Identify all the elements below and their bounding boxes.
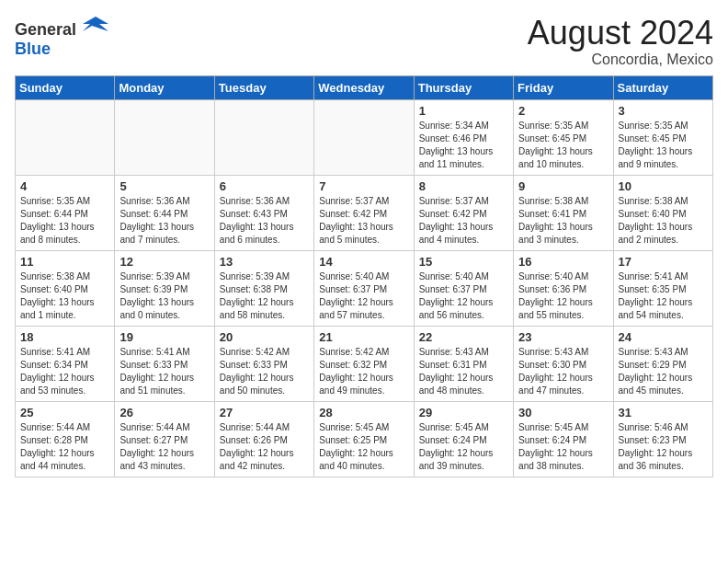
- day-number: 19: [119, 330, 209, 344]
- calendar-cell: [314, 99, 414, 175]
- day-number: 10: [619, 179, 708, 193]
- day-number: 31: [619, 406, 708, 419]
- day-number: 5: [119, 179, 209, 193]
- day-number: 14: [319, 255, 408, 269]
- day-info: Sunrise: 5:44 AMSunset: 6:26 PMDaylight:…: [220, 421, 309, 473]
- logo-bird-icon: [83, 15, 108, 35]
- day-number: 6: [220, 179, 309, 193]
- day-number: 8: [419, 179, 508, 193]
- calendar-cell: 19Sunrise: 5:41 AMSunset: 6:33 PMDayligh…: [115, 326, 214, 401]
- calendar-table: Sunday Monday Tuesday Wednesday Thursday…: [15, 75, 713, 477]
- calendar-week-row-2: 4Sunrise: 5:35 AMSunset: 6:44 PMDaylight…: [16, 175, 713, 250]
- day-number: 15: [419, 255, 508, 269]
- day-number: 25: [20, 406, 109, 419]
- day-number: 13: [220, 255, 309, 269]
- day-info: Sunrise: 5:43 AMSunset: 6:30 PMDaylight:…: [518, 346, 608, 397]
- logo-general: General: [15, 20, 76, 39]
- day-info: Sunrise: 5:36 AMSunset: 6:44 PMDaylight:…: [119, 195, 209, 247]
- col-thursday: Thursday: [414, 75, 513, 99]
- calendar-cell: 21Sunrise: 5:42 AMSunset: 6:32 PMDayligh…: [314, 326, 414, 401]
- day-info: Sunrise: 5:44 AMSunset: 6:28 PMDaylight:…: [20, 421, 109, 473]
- day-number: 30: [518, 406, 608, 419]
- day-info: Sunrise: 5:42 AMSunset: 6:33 PMDaylight:…: [220, 346, 309, 397]
- day-info: Sunrise: 5:45 AMSunset: 6:24 PMDaylight:…: [419, 421, 508, 473]
- col-wednesday: Wednesday: [314, 75, 414, 99]
- calendar-cell: 28Sunrise: 5:45 AMSunset: 6:25 PMDayligh…: [314, 401, 414, 477]
- col-sunday: Sunday: [16, 75, 115, 99]
- calendar-week-row-5: 25Sunrise: 5:44 AMSunset: 6:28 PMDayligh…: [16, 401, 713, 477]
- calendar-cell: 5Sunrise: 5:36 AMSunset: 6:44 PMDaylight…: [115, 175, 214, 250]
- day-number: 7: [319, 179, 408, 193]
- day-info: Sunrise: 5:42 AMSunset: 6:32 PMDaylight:…: [319, 346, 408, 397]
- day-number: 24: [619, 330, 708, 344]
- calendar-cell: [16, 99, 115, 175]
- svg-marker-0: [83, 17, 108, 31]
- day-info: Sunrise: 5:38 AMSunset: 6:40 PMDaylight:…: [20, 270, 109, 322]
- calendar-cell: 7Sunrise: 5:37 AMSunset: 6:42 PMDaylight…: [314, 175, 414, 250]
- day-info: Sunrise: 5:39 AMSunset: 6:39 PMDaylight:…: [119, 270, 209, 322]
- day-info: Sunrise: 5:40 AMSunset: 6:37 PMDaylight:…: [319, 270, 408, 322]
- calendar-cell: 27Sunrise: 5:44 AMSunset: 6:26 PMDayligh…: [214, 401, 313, 477]
- col-monday: Monday: [115, 75, 214, 99]
- day-number: 20: [220, 330, 309, 344]
- day-number: 1: [419, 104, 508, 118]
- calendar-cell: 11Sunrise: 5:38 AMSunset: 6:40 PMDayligh…: [16, 250, 115, 326]
- calendar-cell: 9Sunrise: 5:38 AMSunset: 6:41 PMDaylight…: [514, 175, 613, 250]
- calendar-cell: 2Sunrise: 5:35 AMSunset: 6:45 PMDaylight…: [514, 99, 613, 175]
- title-block: August 2024 Concordia, Mexico: [528, 15, 713, 68]
- day-number: 23: [518, 330, 608, 344]
- logo-text: General Blue: [15, 15, 108, 59]
- calendar-header-row: Sunday Monday Tuesday Wednesday Thursday…: [16, 75, 713, 99]
- day-number: 12: [119, 255, 209, 269]
- calendar-cell: 23Sunrise: 5:43 AMSunset: 6:30 PMDayligh…: [514, 326, 613, 401]
- day-number: 11: [20, 255, 109, 269]
- day-info: Sunrise: 5:39 AMSunset: 6:38 PMDaylight:…: [220, 270, 309, 322]
- day-number: 26: [119, 406, 209, 419]
- day-number: 4: [20, 179, 109, 193]
- day-number: 3: [619, 104, 708, 118]
- calendar-cell: 17Sunrise: 5:41 AMSunset: 6:35 PMDayligh…: [613, 250, 712, 326]
- logo: General Blue: [15, 15, 108, 59]
- day-number: 28: [319, 406, 408, 419]
- day-info: Sunrise: 5:45 AMSunset: 6:25 PMDaylight:…: [319, 421, 408, 473]
- day-info: Sunrise: 5:35 AMSunset: 6:44 PMDaylight:…: [20, 195, 109, 247]
- day-info: Sunrise: 5:37 AMSunset: 6:42 PMDaylight:…: [419, 195, 508, 247]
- day-number: 9: [518, 179, 608, 193]
- calendar-cell: 6Sunrise: 5:36 AMSunset: 6:43 PMDaylight…: [214, 175, 313, 250]
- day-number: 22: [419, 330, 508, 344]
- calendar-cell: 4Sunrise: 5:35 AMSunset: 6:44 PMDaylight…: [16, 175, 115, 250]
- day-info: Sunrise: 5:35 AMSunset: 6:45 PMDaylight:…: [518, 120, 608, 171]
- col-saturday: Saturday: [613, 75, 712, 99]
- day-info: Sunrise: 5:46 AMSunset: 6:23 PMDaylight:…: [619, 421, 708, 473]
- day-info: Sunrise: 5:40 AMSunset: 6:37 PMDaylight:…: [419, 270, 508, 322]
- calendar-cell: 12Sunrise: 5:39 AMSunset: 6:39 PMDayligh…: [115, 250, 214, 326]
- calendar-cell: 26Sunrise: 5:44 AMSunset: 6:27 PMDayligh…: [115, 401, 214, 477]
- calendar-cell: 22Sunrise: 5:43 AMSunset: 6:31 PMDayligh…: [414, 326, 513, 401]
- calendar-cell: 14Sunrise: 5:40 AMSunset: 6:37 PMDayligh…: [314, 250, 414, 326]
- day-number: 18: [20, 330, 109, 344]
- day-info: Sunrise: 5:34 AMSunset: 6:46 PMDaylight:…: [419, 120, 508, 171]
- day-number: 17: [619, 255, 708, 269]
- page-header: General Blue August 2024 Concordia, Mexi…: [15, 15, 713, 68]
- calendar-cell: 25Sunrise: 5:44 AMSunset: 6:28 PMDayligh…: [16, 401, 115, 477]
- day-number: 27: [220, 406, 309, 419]
- calendar-cell: 13Sunrise: 5:39 AMSunset: 6:38 PMDayligh…: [214, 250, 313, 326]
- day-number: 16: [518, 255, 608, 269]
- day-number: 29: [419, 406, 508, 419]
- calendar-cell: 18Sunrise: 5:41 AMSunset: 6:34 PMDayligh…: [16, 326, 115, 401]
- day-info: Sunrise: 5:44 AMSunset: 6:27 PMDaylight:…: [119, 421, 209, 473]
- calendar-cell: 15Sunrise: 5:40 AMSunset: 6:37 PMDayligh…: [414, 250, 513, 326]
- day-number: 21: [319, 330, 408, 344]
- day-info: Sunrise: 5:38 AMSunset: 6:40 PMDaylight:…: [619, 195, 708, 247]
- calendar-cell: 20Sunrise: 5:42 AMSunset: 6:33 PMDayligh…: [214, 326, 313, 401]
- day-info: Sunrise: 5:41 AMSunset: 6:33 PMDaylight:…: [119, 346, 209, 397]
- calendar-cell: 16Sunrise: 5:40 AMSunset: 6:36 PMDayligh…: [514, 250, 613, 326]
- day-info: Sunrise: 5:43 AMSunset: 6:29 PMDaylight:…: [619, 346, 708, 397]
- location-subtitle: Concordia, Mexico: [528, 52, 713, 68]
- calendar-cell: 30Sunrise: 5:45 AMSunset: 6:24 PMDayligh…: [514, 401, 613, 477]
- day-info: Sunrise: 5:40 AMSunset: 6:36 PMDaylight:…: [518, 270, 608, 322]
- day-info: Sunrise: 5:43 AMSunset: 6:31 PMDaylight:…: [419, 346, 508, 397]
- calendar-week-row-3: 11Sunrise: 5:38 AMSunset: 6:40 PMDayligh…: [16, 250, 713, 326]
- calendar-cell: 29Sunrise: 5:45 AMSunset: 6:24 PMDayligh…: [414, 401, 513, 477]
- day-info: Sunrise: 5:41 AMSunset: 6:35 PMDaylight:…: [619, 270, 708, 322]
